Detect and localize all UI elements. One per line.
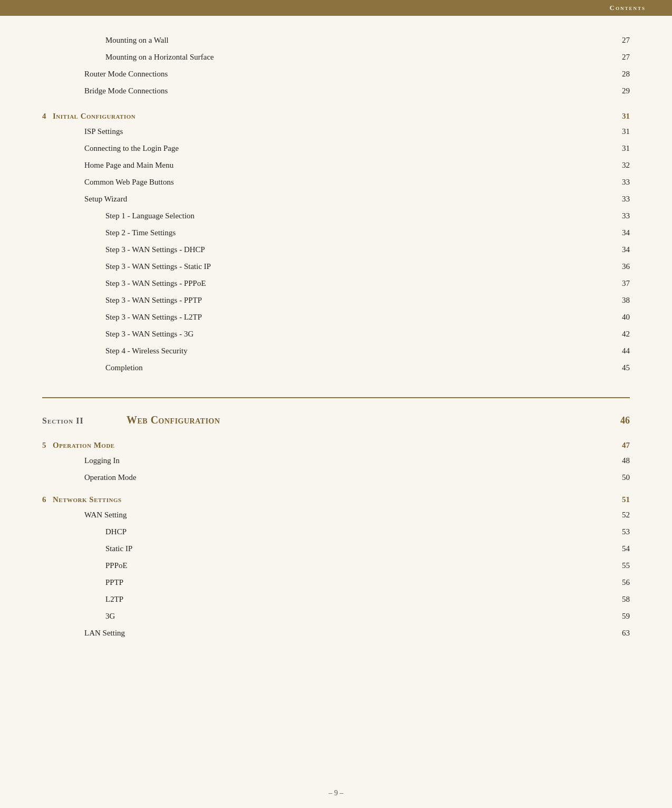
toc-label: Logging In (84, 454, 609, 467)
toc-page: 37 (609, 277, 630, 290)
chapter6-page: 51 (609, 495, 630, 504)
toc-page: 40 (609, 311, 630, 323)
toc-entry: WAN Setting 52 (42, 506, 630, 523)
toc-page: 27 (609, 34, 630, 46)
chapter6-label: 6 Network Settings (42, 495, 122, 504)
toc-entry: LAN Setting 63 (42, 624, 630, 641)
toc-label: Home Page and Main Menu (84, 159, 609, 171)
chapter6-header: 6 Network Settings 51 (42, 491, 630, 506)
toc-label: Step 3 - WAN Settings - PPPoE (105, 277, 609, 290)
page-number: – 9 – (329, 789, 344, 797)
header-bar: Contents (0, 0, 672, 16)
chapter5-block: 5 Operation Mode 47 Logging In 48 Operat… (42, 437, 630, 486)
toc-label: L2TP (105, 593, 609, 605)
toc-entry: Step 3 - WAN Settings - PPPoE 37 (42, 275, 630, 292)
toc-label: Setup Wizard (84, 193, 609, 205)
toc-entry: Connecting to the Login Page 31 (42, 140, 630, 157)
toc-page: 52 (609, 508, 630, 521)
footer: – 9 – (0, 789, 672, 797)
toc-page: 58 (609, 593, 630, 605)
toc-page: 31 (609, 125, 630, 138)
toc-entry: Completion 45 (42, 359, 630, 376)
toc-label: WAN Setting (84, 508, 609, 521)
toc-entry: Step 4 - Wireless Security 44 (42, 342, 630, 359)
toc-entry: Common Web Page Buttons 33 (42, 174, 630, 190)
toc-label: Connecting to the Login Page (84, 142, 609, 155)
toc-page: 59 (609, 610, 630, 622)
toc-page: 36 (609, 260, 630, 273)
toc-page: 32 (609, 159, 630, 171)
toc-page: 34 (609, 226, 630, 239)
toc-entry: PPTP 56 (42, 574, 630, 591)
toc-page: 44 (609, 344, 630, 357)
chapter5-num: 5 (42, 441, 46, 450)
toc-entry: Step 1 - Language Selection 33 (42, 207, 630, 224)
toc-page: 28 (609, 68, 630, 80)
toc-page: 33 (609, 176, 630, 188)
toc-page: 53 (609, 525, 630, 538)
toc-label: Step 3 - WAN Settings - DHCP (105, 243, 609, 256)
toc-page: 42 (609, 328, 630, 340)
chapter5-header: 5 Operation Mode 47 (42, 437, 630, 452)
chapter4-block: 4 Initial Configuration 31 ISP Settings … (42, 108, 630, 376)
toc-entry: Static IP 54 (42, 540, 630, 557)
content-area: Mounting on a Wall 27 Mounting on a Hori… (0, 16, 672, 673)
toc-entry: Step 3 - WAN Settings - 3G 42 (42, 325, 630, 342)
toc-label: Step 4 - Wireless Security (105, 344, 609, 357)
toc-label: Step 3 - WAN Settings - 3G (105, 328, 609, 340)
toc-entry: 3G 59 (42, 608, 630, 624)
toc-page: 33 (609, 193, 630, 205)
chapter4-label: 4 Initial Configuration (42, 112, 135, 121)
toc-entry: Operation Mode 50 (42, 469, 630, 486)
toc-page: 55 (609, 559, 630, 572)
section2-row: Section II Web Configuration 46 (42, 409, 630, 437)
toc-entry: Mounting on a Horizontal Surface 27 (42, 49, 630, 65)
toc-page: 38 (609, 294, 630, 306)
toc-label: Bridge Mode Connections (84, 84, 609, 97)
toc-page: 48 (609, 454, 630, 467)
toc-entry: DHCP 53 (42, 523, 630, 540)
toc-page: 29 (609, 84, 630, 97)
toc-page: 56 (609, 576, 630, 589)
section2-page: 46 (609, 415, 630, 426)
toc-label: Operation Mode (84, 471, 609, 484)
toc-label: Mounting on a Horizontal Surface (105, 51, 609, 63)
toc-label: Step 3 - WAN Settings - PPTP (105, 294, 609, 306)
toc-label: PPTP (105, 576, 609, 589)
toc-entry: L2TP 58 (42, 591, 630, 608)
chapter6-num: 6 (42, 495, 46, 504)
section2-title: Web Configuration (105, 414, 609, 426)
section2-block: Section II Web Configuration 46 (42, 397, 630, 437)
toc-page: 50 (609, 471, 630, 484)
toc-label: Completion (105, 361, 609, 374)
toc-page: 33 (609, 209, 630, 222)
toc-label: Step 3 - WAN Settings - L2TP (105, 311, 609, 323)
chapter4-header: 4 Initial Configuration 31 (42, 108, 630, 123)
toc-label: Step 1 - Language Selection (105, 209, 609, 222)
toc-label: PPPoE (105, 559, 609, 572)
toc-page: 34 (609, 243, 630, 256)
toc-entry: ISP Settings 31 (42, 123, 630, 140)
toc-label: ISP Settings (84, 125, 609, 138)
toc-label: DHCP (105, 525, 609, 538)
chapter6-title: Network Settings (53, 495, 122, 504)
chapter5-title: Operation Mode (53, 441, 115, 450)
toc-label: Static IP (105, 542, 609, 555)
toc-label: 3G (105, 610, 609, 622)
chapter5-page: 47 (609, 441, 630, 450)
toc-entry: Router Mode Connections 28 (42, 65, 630, 82)
toc-entry: Bridge Mode Connections 29 (42, 82, 630, 99)
chapter6-block: 6 Network Settings 51 WAN Setting 52 DHC… (42, 491, 630, 641)
chapter5-label: 5 Operation Mode (42, 441, 115, 450)
toc-entry: Home Page and Main Menu 32 (42, 157, 630, 174)
header-title: Contents (610, 4, 646, 12)
page-wrapper: Contents Mounting on a Wall 27 Mounting … (0, 0, 672, 808)
toc-entry: Step 3 - WAN Settings - PPTP 38 (42, 292, 630, 309)
toc-page: 63 (609, 627, 630, 639)
chapter4-num: 4 (42, 112, 46, 121)
toc-label: Mounting on a Wall (105, 34, 609, 46)
toc-page: 45 (609, 361, 630, 374)
toc-label: LAN Setting (84, 627, 609, 639)
toc-page: 27 (609, 51, 630, 63)
toc-entry: Logging In 48 (42, 452, 630, 469)
